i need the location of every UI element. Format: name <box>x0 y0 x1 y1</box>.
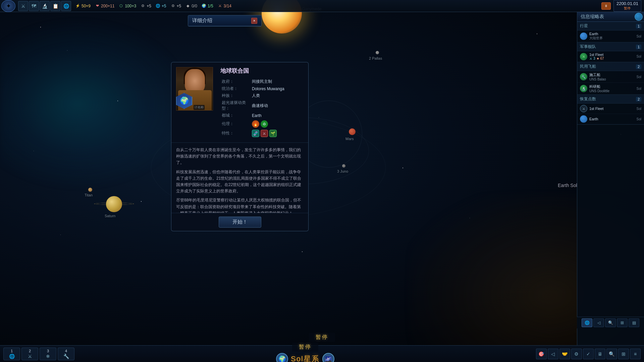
panel-ctrl-filter[interactable]: ▤ <box>629 318 639 327</box>
panel-bottom-controls: 🌐 ◁ 🔍 ⊞ ▤ <box>577 317 644 328</box>
military-section-header: 军事舰队 1 <box>577 43 644 51</box>
right-panel: 信息缩略表 行星 1 Earth 大陆世界 Sol 军事舰队 1 ⚔ 1st F… <box>577 12 644 345</box>
pallas-label: 2 Pallas <box>369 56 382 60</box>
research-icon[interactable]: 🔬 <box>40 1 50 11</box>
saturn-label: Saturn <box>105 214 115 218</box>
fleet-item-info: 1st Fleet ⚔ 3 ★ 67 <box>589 53 635 60</box>
trait-icon-2: 🌱 <box>269 130 277 137</box>
trait-icon-0: 🧬 <box>252 130 259 137</box>
panel-header: 信息缩略表 <box>577 12 644 22</box>
detail-dialog-titlebar: 详细介绍 × <box>188 15 261 26</box>
unity-resource: ⚙ +5 <box>170 3 181 9</box>
ctrl-monitor[interactable]: 🖥 <box>595 349 605 359</box>
earth-item-info: Earth 大陆世界 <box>589 32 635 41</box>
panel-constructor-item[interactable]: 🔧 施工船 UNS Balao Sol <box>577 71 644 83</box>
ctrl-zoom2[interactable]: 🔍 <box>606 349 617 359</box>
system-logo[interactable]: 🌍 <box>276 353 288 362</box>
bottom-tabs: 1 🌐 2 ⚔ 3 ❄ 4 🔧 <box>3 348 74 360</box>
civ-details: 政府： 间接民主制 统治者： Dolores Muwanga 种族： 人类 <box>220 78 304 138</box>
traits-icons: 🧬 ⚔ 🌱 <box>252 130 302 137</box>
recovery-earth-icon <box>580 115 587 123</box>
ctrl-grid2[interactable]: ⊞ <box>618 349 629 359</box>
consumer-resource: 🌍 1/5 <box>201 3 213 9</box>
panel-globe-icon[interactable] <box>635 13 643 21</box>
ctrl-check[interactable]: ✓ <box>583 349 594 359</box>
panel-recovery-fleet-item[interactable]: ⚔ 1st Fleet Sol <box>577 104 644 114</box>
civ-dialog-header: 🌍 计名称 地球联合国 政府： 间接民主制 统治者： Dolores Muwan… <box>171 62 308 143</box>
bottom-bar: 1 🌐 2 ⚔ 3 ❄ 4 🔧 暂停 🌍 Sol星系 🌌 🎯 ◁ 🤝 ⚙ ✓ 🖥… <box>0 345 644 362</box>
tech-resource: ⚙ +5 <box>140 3 151 9</box>
juno-label: 3 Juno <box>337 169 348 173</box>
bottom-tab-1[interactable]: 2 ⚔ <box>21 348 38 360</box>
titan-planet <box>88 188 92 192</box>
recovery-fleet-icon: ⚔ <box>580 105 587 112</box>
panel-recovery-earth-item[interactable]: Earth Sol <box>577 114 644 124</box>
panel-science-item[interactable]: 🔬 科研船 UNS Doolittle Sol <box>577 83 644 95</box>
earth-sol-label: Earth Sol <box>558 183 577 188</box>
panel-ctrl-grid[interactable]: ⊞ <box>617 318 628 327</box>
mars-planet <box>349 128 356 135</box>
game-logo[interactable]: ✦ <box>1 0 15 12</box>
minerals-resource: ⬡ 100+3 <box>118 3 136 9</box>
ctrl-center[interactable]: 🎯 <box>536 349 547 359</box>
bottom-center-row: 🌍 Sol星系 🌌 <box>276 353 334 362</box>
diplomacy-icon[interactable]: 🌐 <box>61 1 71 11</box>
date-display: 2200.01.01 暂停 <box>613 0 641 12</box>
bottom-center: 暂停 🌍 Sol星系 🌌 <box>276 343 334 362</box>
panel-fleet-item[interactable]: ⚔ 1st Fleet ⚔ 3 ★ 67 Sol <box>577 51 644 62</box>
planets-section: 行星 1 Earth 大陆世界 Sol <box>577 22 644 43</box>
panel-ctrl-map[interactable]: 🌐 <box>582 318 592 327</box>
titan-label: Titan <box>85 193 93 197</box>
detail-dialog: 详细介绍 × <box>188 15 262 26</box>
recovery-earth-info: Earth <box>589 117 635 121</box>
space-background: Mars Saturn Titan 3 Juno 2 Pallas Ganyme… <box>0 0 644 362</box>
influence-resource: 🌐 +5 <box>155 3 166 9</box>
emblem-label: 计名称 <box>194 105 205 110</box>
top-bar: ✦ ⚔ 🗺 🔬 📋 🌐 ⚡ 50+9 ❤ 200+11 ⬡ 100+3 ⚙ +5… <box>0 0 644 12</box>
trait-icon-1: ⚔ <box>261 130 268 137</box>
civ-lore: 自从二十万年前人类在非洲诞生至今，发生了许许多多的事情，我们的种族迅速的扩张到了… <box>171 143 308 213</box>
ctrl-back2[interactable]: ◁ <box>548 349 558 359</box>
recovery-fleet-info: 1st Fleet <box>589 107 635 111</box>
fleet-icon: ⚔ <box>580 53 587 60</box>
policy-icon[interactable]: 📋 <box>50 1 60 11</box>
earth-planet-icon <box>580 33 587 40</box>
ctrl-menu[interactable]: ≡ <box>630 349 641 359</box>
military-section: 军事舰队 1 ⚔ 1st Fleet ⚔ 3 ★ 67 Sol <box>577 43 644 62</box>
ctrl-diplomacy2[interactable]: 🤝 <box>559 349 570 359</box>
mars-label: Mars <box>345 137 354 141</box>
civ-dialog: 🌍 计名称 地球联合国 政府： 间接民主制 统治者： Dolores Muwan… <box>171 62 309 231</box>
start-button[interactable]: 开始！ <box>219 217 261 228</box>
civ-name: 地球联合国 <box>220 67 304 75</box>
science-item-info: 科研船 UNS Doolittle <box>589 84 635 93</box>
units-icon[interactable]: ⚔ <box>18 1 28 11</box>
portrait-face <box>185 69 205 93</box>
civ-portrait: 🌍 计名称 <box>176 67 216 111</box>
ctrl-settings[interactable]: ⚙ <box>571 349 582 359</box>
lore-text: 自从二十万年前人类在非洲诞生至今，发生了许许多多的事情，我们的种族迅速的扩张到了… <box>176 147 304 213</box>
ethic-icon-1: ♻ <box>261 120 268 128</box>
panel-earth-item[interactable]: Earth 大陆世界 Sol <box>577 31 644 42</box>
galaxy-button[interactable]: 🌌 <box>322 353 334 362</box>
map-icon[interactable]: 🗺 <box>29 1 39 11</box>
civilian-section-header: 民用飞船 2 <box>577 62 644 71</box>
pause-button[interactable]: ⏸ <box>601 2 611 10</box>
civilian-section: 民用飞船 2 🔧 施工船 UNS Balao Sol 🔬 科研船 UNS Doo… <box>577 62 644 95</box>
pause-banner: 暂停 <box>309 333 335 342</box>
recovery-section: 恢复点数 2 ⚔ 1st Fleet Sol Earth Sol <box>577 95 644 125</box>
pop-resource: ⚔ 3/14 <box>217 3 231 9</box>
resource-bar: ⚡ 50+9 ❤ 200+11 ⬡ 100+3 ⚙ +5 🌐 +5 ⚙ +5 ◆… <box>72 3 599 9</box>
panel-ctrl-zoom[interactable]: 🔍 <box>605 318 616 327</box>
saturn-planet <box>106 196 122 212</box>
detail-dialog-close[interactable]: × <box>251 18 257 24</box>
bottom-tab-2[interactable]: 3 ❄ <box>40 348 56 360</box>
constructor-icon: 🔧 <box>580 73 587 80</box>
panel-ctrl-back[interactable]: ◁ <box>593 318 604 327</box>
bottom-tab-0[interactable]: 1 🌐 <box>3 348 20 360</box>
pallas-planet <box>376 51 379 54</box>
panel-ctrl-row-1: 🌐 ◁ 🔍 ⊞ ▤ <box>578 318 643 327</box>
action-icons: ⚔ 🗺 🔬 📋 🌐 <box>17 1 72 11</box>
recovery-section-header: 恢复点数 2 <box>577 95 644 104</box>
bottom-tab-3[interactable]: 4 🔧 <box>58 348 74 360</box>
energy-resource: ⚡ 50+9 <box>75 3 91 9</box>
